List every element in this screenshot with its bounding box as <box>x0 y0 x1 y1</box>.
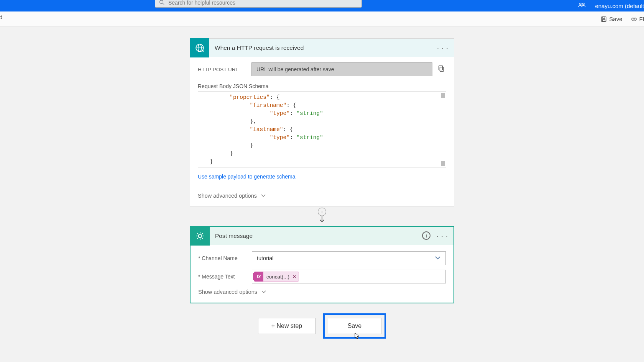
http-card-menu[interactable]: · · · <box>437 44 449 52</box>
svg-point-2 <box>580 3 581 5</box>
http-card-title: When a HTTP request is received <box>215 44 304 51</box>
search-input[interactable] <box>168 0 358 6</box>
schema-label: Request Body JSON Schema <box>198 83 446 89</box>
fx-icon: fx <box>254 272 263 282</box>
svg-rect-13 <box>439 66 443 70</box>
http-trigger-card: When a HTTP request is received · · · HT… <box>190 38 454 207</box>
global-search[interactable] <box>155 0 362 8</box>
scrollbar-thumb-top[interactable] <box>441 93 445 98</box>
expression-token[interactable]: fx concat(...) ✕ <box>254 272 299 282</box>
save-command-label: Save <box>609 16 622 22</box>
breadcrumb-fragment: d <box>0 14 2 20</box>
advanced-label: Show advanced options <box>198 289 257 295</box>
search-icon <box>159 0 164 6</box>
svg-point-15 <box>199 234 202 238</box>
slack-icon <box>191 226 210 246</box>
schema-textarea[interactable]: "properties": { "firstname": { "type": "… <box>198 92 446 167</box>
save-button-label: Save <box>348 323 361 329</box>
app-top-bar: enayu.com (default <box>0 0 644 11</box>
use-sample-payload-link[interactable]: Use sample payload to generate schema <box>198 174 446 180</box>
channel-name-label: Channel Name <box>198 255 252 261</box>
save-button-highlight: Save <box>323 313 386 339</box>
command-bar: Save Fl <box>0 11 644 27</box>
slack-card-menu[interactable]: · · · <box>437 232 448 240</box>
arrow-down-icon <box>319 216 325 223</box>
save-button[interactable]: Save <box>328 318 381 334</box>
channel-name-value: tutorial <box>257 255 274 261</box>
svg-point-0 <box>160 0 163 3</box>
org-label[interactable]: enayu.com (default <box>595 3 644 9</box>
svg-rect-6 <box>603 20 605 21</box>
message-text-input[interactable]: fx concat(...) ✕ <box>252 270 446 283</box>
new-step-button[interactable]: + New step <box>258 318 315 334</box>
chevron-down-icon <box>261 193 266 199</box>
url-label: HTTP POST URL <box>198 67 251 72</box>
info-icon[interactable]: i <box>422 231 430 240</box>
svg-rect-5 <box>603 17 605 18</box>
channel-name-select[interactable]: tutorial <box>252 251 446 265</box>
svg-rect-12 <box>440 67 444 71</box>
advanced-label: Show advanced options <box>198 193 257 199</box>
svg-point-3 <box>583 3 584 5</box>
slack-card-title: Post message <box>215 233 253 239</box>
message-text-label: Message Text <box>198 274 252 280</box>
copy-url-button[interactable] <box>438 65 446 74</box>
token-text: concat(...) <box>266 274 289 280</box>
http-show-advanced[interactable]: Show advanced options <box>198 193 446 199</box>
remove-token-button[interactable]: ✕ <box>292 274 296 279</box>
flow-checker-label: Fl <box>639 16 644 22</box>
svg-line-1 <box>163 3 164 5</box>
flow-connector: + <box>318 208 326 225</box>
post-message-card: Post message i · · · Channel Name tutori… <box>190 226 454 303</box>
add-step-between-button[interactable]: + <box>318 208 326 216</box>
slack-show-advanced[interactable]: Show advanced options <box>198 289 446 295</box>
scrollbar-thumb-bottom[interactable] <box>441 161 445 166</box>
url-readonly-field: URL will be generated after save <box>251 62 432 76</box>
chevron-down-icon <box>261 289 266 295</box>
flow-checker-command[interactable]: Fl <box>631 16 644 22</box>
save-command[interactable]: Save <box>601 16 622 22</box>
chevron-down-icon <box>435 255 441 261</box>
http-icon <box>190 38 209 57</box>
url-placeholder-text: URL will be generated after save <box>256 66 334 72</box>
new-step-label: + New step <box>271 323 302 329</box>
directory-icon <box>578 2 586 9</box>
